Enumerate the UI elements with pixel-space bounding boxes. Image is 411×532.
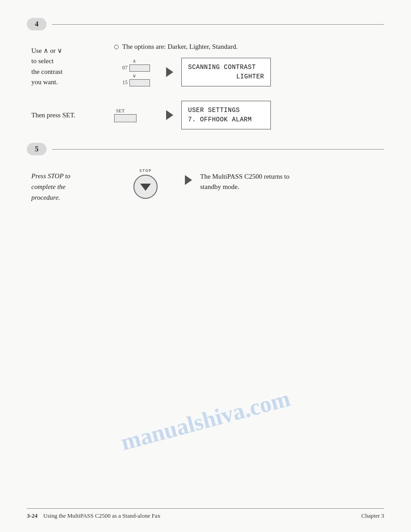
stop-button[interactable] bbox=[133, 175, 158, 199]
result-text-area: The MultiPASS C2500 returns to standby m… bbox=[200, 168, 384, 192]
then-press-text: Then press SET. bbox=[31, 112, 114, 119]
display1-line1: SCANNING CONTRAST bbox=[188, 63, 264, 72]
keys-group: ∧ 07 ∨ 15 bbox=[114, 58, 150, 86]
then-press-label: Then press SET. bbox=[31, 112, 114, 119]
set-button-group: SET bbox=[114, 108, 150, 122]
key-15-button[interactable] bbox=[129, 79, 150, 86]
step5-content: Press STOP to complete the procedure. ST… bbox=[31, 168, 384, 203]
display2-line1: USER SETTINGS bbox=[188, 106, 264, 115]
footer-right: Chapter 3 bbox=[361, 512, 384, 519]
key-15-row: 15 bbox=[118, 79, 150, 86]
options-row: The options are: Darker, Lighter, Standa… bbox=[114, 43, 384, 51]
step4-left-instruction: Use ∧ or ∨ to select the contrast you wa… bbox=[31, 43, 114, 96]
key-07-row: 07 bbox=[118, 64, 150, 72]
watermark: manualshiva.com bbox=[118, 385, 293, 456]
step4-bubble: 4 bbox=[27, 18, 47, 30]
arrow-right-icon3 bbox=[185, 175, 192, 185]
options-text: The options are: Darker, Lighter, Standa… bbox=[122, 43, 238, 51]
stop-triangle-icon bbox=[140, 184, 151, 191]
key-15-label: 15 bbox=[118, 79, 128, 86]
press-stop-line3: procedure. bbox=[31, 194, 60, 201]
keys-display1-row: ∧ 07 ∨ 15 bbox=[114, 58, 384, 86]
display-box-1: SCANNING CONTRAST LIGHTER bbox=[181, 58, 271, 86]
set-label: SET bbox=[116, 108, 125, 113]
arrow-up-label: ∧ bbox=[119, 58, 150, 64]
set-button[interactable] bbox=[114, 114, 137, 122]
result-line2: standby mode. bbox=[200, 183, 240, 190]
result-line1: The MultiPASS C2500 returns to bbox=[200, 173, 289, 180]
step4-mid-right: The options are: Darker, Lighter, Standa… bbox=[114, 43, 384, 96]
arrow-right-icon2 bbox=[166, 110, 173, 120]
step5-line bbox=[52, 149, 384, 150]
step5-bubble: 5 bbox=[27, 143, 47, 155]
arrow-right-icon bbox=[166, 67, 173, 77]
page: 4 Use ∧ or ∨ to select the contrast you … bbox=[0, 0, 411, 532]
key-07-label: 07 bbox=[118, 64, 128, 71]
step4-header: 4 bbox=[27, 18, 384, 30]
step4-content: Use ∧ or ∨ to select the contrast you wa… bbox=[31, 43, 384, 96]
display1-line2: LIGHTER bbox=[188, 72, 264, 82]
set-row: Then press SET. SET USER SETTINGS 7. OFF… bbox=[31, 101, 384, 129]
press-stop-line1: Press STOP to bbox=[31, 172, 70, 180]
key-07-button[interactable] bbox=[129, 64, 150, 72]
press-stop-line2: complete the bbox=[31, 183, 65, 190]
step5-left-instruction: Press STOP to complete the procedure. bbox=[31, 168, 114, 203]
arrow-down-label: ∨ bbox=[119, 73, 150, 79]
footer-left: 3-24 Using the MultiPASS C2500 as a Stan… bbox=[27, 512, 160, 519]
step5-header: 5 bbox=[27, 143, 384, 155]
circle-icon bbox=[114, 45, 119, 49]
stop-text-label: STOP bbox=[139, 169, 152, 173]
stop-button-area: STOP bbox=[114, 168, 177, 199]
display2-line2: 7. OFFHOOK ALARM bbox=[188, 115, 264, 124]
step4-line bbox=[52, 24, 384, 25]
display-box-2: USER SETTINGS 7. OFFHOOK ALARM bbox=[181, 101, 271, 129]
footer: 3-24 Using the MultiPASS C2500 as a Stan… bbox=[27, 508, 384, 519]
